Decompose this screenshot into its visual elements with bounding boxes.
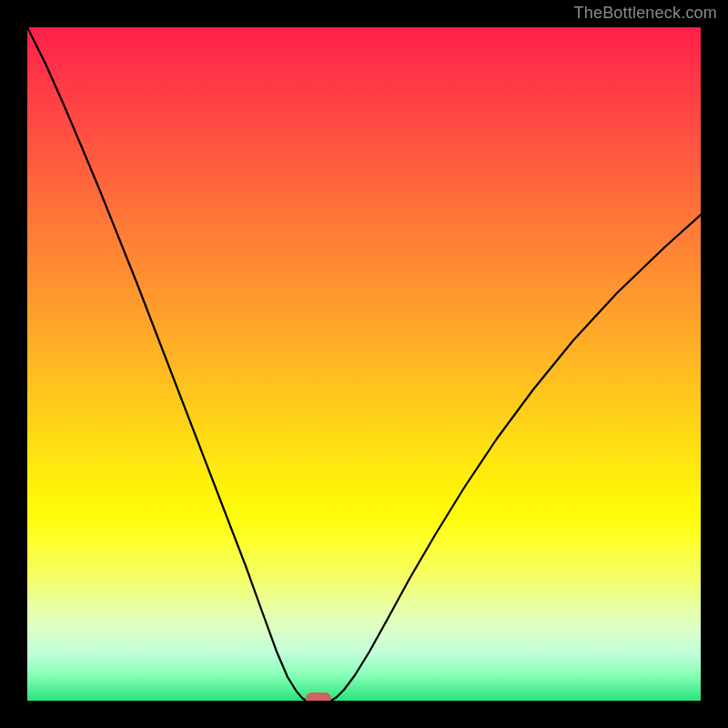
curve-right (331, 215, 701, 701)
outer-frame: TheBottleneck.com (0, 0, 728, 728)
watermark-text: TheBottleneck.com (574, 4, 717, 23)
curve-svg (27, 27, 701, 701)
plot-area (27, 27, 701, 701)
curve-left (27, 27, 306, 701)
bottleneck-marker (306, 693, 331, 701)
